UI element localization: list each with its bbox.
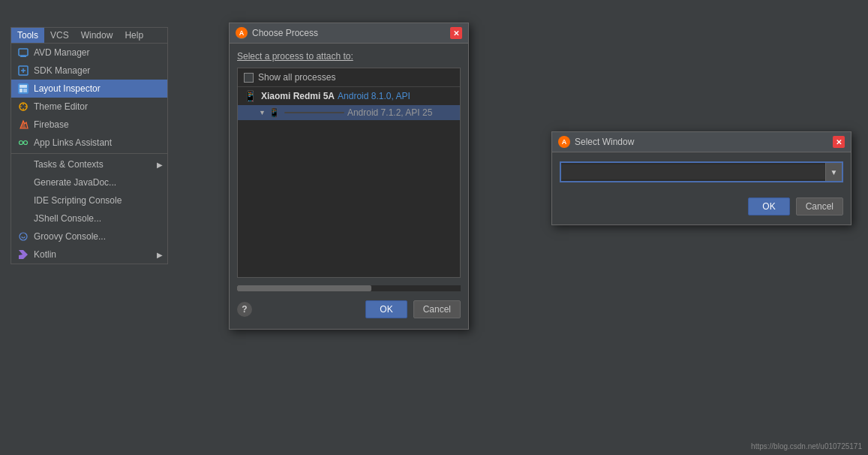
tools-dropdown: AVD Manager SDK Manager Layout Inspector…	[11, 43, 168, 264]
avd-manager-label: AVD Manager	[34, 47, 89, 58]
menu-container: Tools VCS Window Help AVD Manager SDK Ma…	[11, 27, 168, 264]
device-2-icon: 📱	[269, 107, 280, 118]
choose-process-footer: ? OK Cancel	[237, 297, 461, 321]
choose-process-body: Select a process to attach to: Show all …	[230, 44, 468, 329]
jshell-label: JShell Console...	[34, 213, 101, 224]
menu-item-layout-inspector[interactable]: Layout Inspector	[11, 80, 167, 98]
select-window-title-icon: A	[558, 136, 570, 148]
layout-inspector-icon	[17, 83, 29, 95]
select-window-title: Select Window	[575, 137, 634, 147]
window-dropdown-input[interactable]	[561, 164, 825, 179]
theme-editor-label: Theme Editor	[34, 101, 88, 112]
select-window-titlebar: A Select Window ✕	[552, 132, 851, 152]
menu-separator-1	[11, 153, 167, 154]
svg-rect-6	[23, 89, 27, 92]
device-1-item[interactable]: 📱 Xiaomi Redmi 5A Android 8.1.0, API	[238, 87, 460, 105]
svg-rect-4	[20, 85, 27, 88]
process-list[interactable]: Show all processes 📱 Xiaomi Redmi 5A And…	[237, 68, 461, 278]
javadoc-icon	[17, 176, 29, 188]
menu-item-ide-scripting[interactable]: IDE Scripting Console	[11, 191, 167, 209]
app-links-icon	[17, 137, 29, 149]
svg-point-9	[24, 141, 28, 145]
select-window-footer: OK Cancel	[552, 191, 851, 224]
show-all-checkbox[interactable]	[244, 73, 254, 83]
dialog-title-icon: A	[236, 27, 248, 39]
choose-process-cancel-btn[interactable]: Cancel	[413, 300, 461, 318]
menu-item-avd-manager[interactable]: AVD Manager	[11, 44, 167, 62]
groovy-icon	[17, 231, 29, 243]
tasks-label: Tasks & Contexts	[34, 159, 104, 170]
app-links-label: App Links Assistant	[34, 137, 112, 148]
device-1-icon: 📱	[244, 90, 257, 102]
window-dropdown[interactable]: ▼	[560, 161, 843, 182]
tasks-arrow-icon: ▶	[157, 161, 163, 169]
menu-tools[interactable]: Tools	[11, 28, 44, 43]
menu-vcs[interactable]: VCS	[44, 28, 75, 43]
avd-icon	[17, 47, 29, 59]
dropdown-arrow-btn[interactable]: ▼	[825, 163, 842, 181]
choose-process-title: Choose Process	[252, 28, 318, 38]
menu-window[interactable]: Window	[75, 28, 119, 43]
menu-item-sdk-manager[interactable]: SDK Manager	[11, 62, 167, 80]
tasks-icon	[17, 158, 29, 170]
kotlin-arrow-icon: ▶	[157, 251, 163, 259]
menu-item-firebase[interactable]: Firebase	[11, 116, 167, 134]
choose-process-footer-btns: OK Cancel	[365, 300, 461, 318]
show-all-processes-item[interactable]: Show all processes	[238, 68, 460, 87]
theme-editor-icon	[17, 101, 29, 113]
svg-point-8	[20, 141, 23, 145]
menu-item-groovy[interactable]: Groovy Console...	[11, 228, 167, 246]
sdk-manager-label: SDK Manager	[34, 65, 90, 76]
menu-item-tasks[interactable]: Tasks & Contexts ▶	[11, 155, 167, 173]
help-button[interactable]: ?	[237, 302, 252, 317]
select-window-ok-btn[interactable]: OK	[748, 197, 789, 215]
device-1-name: Xiaomi Redmi 5A	[261, 91, 335, 101]
menu-item-app-links[interactable]: App Links Assistant	[11, 134, 167, 152]
device-2-item[interactable]: ▼ 📱 Android 7.1.2, API 25	[238, 105, 460, 120]
ide-scripting-label: IDE Scripting Console	[34, 195, 122, 206]
device-1-info: Android 8.1.0, API	[338, 91, 410, 101]
menu-help[interactable]: Help	[119, 28, 149, 43]
jshell-icon	[17, 212, 29, 224]
choose-process-close-btn[interactable]: ✕	[450, 27, 462, 39]
scrollbar-thumb	[237, 285, 371, 291]
javadoc-label: Generate JavaDoc...	[34, 177, 116, 188]
select-process-label: Select a process to attach to:	[237, 51, 461, 62]
select-window-dialog: A Select Window ✕ ▼ OK Cancel	[551, 131, 851, 225]
groovy-label: Groovy Console...	[34, 231, 106, 242]
sdk-icon	[17, 65, 29, 77]
menu-item-jshell[interactable]: JShell Console...	[11, 209, 167, 228]
svg-rect-0	[19, 49, 28, 56]
svg-rect-5	[20, 89, 23, 92]
device-2-triangle: ▼	[259, 109, 266, 116]
choose-process-titlebar: A Choose Process ✕	[230, 23, 468, 44]
scrollbar-track[interactable]	[237, 285, 461, 291]
choose-process-dialog: A Choose Process ✕ Select a process to a…	[229, 23, 469, 330]
kotlin-icon	[17, 249, 29, 261]
device-2-info: Android 7.1.2, API 25	[347, 107, 432, 118]
menu-item-javadoc[interactable]: Generate JavaDoc...	[11, 173, 167, 191]
menu-item-theme-editor[interactable]: Theme Editor	[11, 98, 167, 116]
select-window-close-btn[interactable]: ✕	[833, 136, 845, 148]
menu-item-kotlin[interactable]: Kotlin ▶	[11, 246, 167, 264]
layout-inspector-label: Layout Inspector	[34, 83, 101, 94]
device-2-name	[284, 112, 344, 113]
menu-top-bar: Tools VCS Window Help	[11, 27, 168, 43]
select-window-cancel-btn[interactable]: Cancel	[796, 197, 843, 215]
firebase-label: Firebase	[34, 119, 69, 130]
show-all-label: Show all processes	[258, 72, 335, 83]
choose-process-ok-btn[interactable]: OK	[365, 300, 407, 318]
svg-point-10	[20, 233, 27, 240]
watermark: https://blog.csdn.net/u010725171	[751, 442, 862, 450]
ide-scripting-icon	[17, 194, 29, 206]
svg-rect-2	[20, 56, 26, 57]
firebase-icon	[17, 119, 29, 131]
kotlin-label: Kotlin	[34, 249, 56, 260]
